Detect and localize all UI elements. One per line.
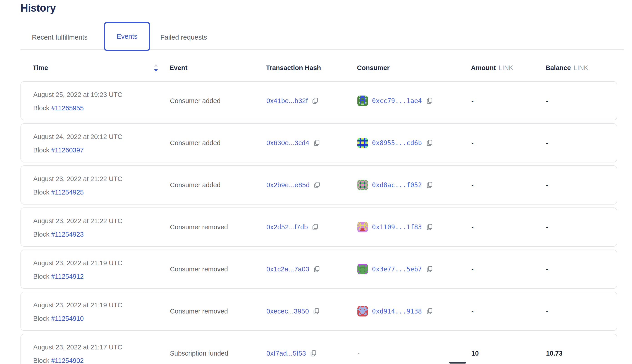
transaction-hash-link[interactable]: 0x2b9e...e85d	[266, 181, 310, 189]
copy-icon[interactable]	[426, 181, 433, 189]
block-number-link[interactable]: #11254925	[51, 188, 84, 196]
scrollbar-thumb[interactable]	[449, 362, 466, 364]
copy-icon[interactable]	[426, 223, 433, 231]
consumer-cell: 0x3e77...5eb7	[358, 264, 433, 274]
tab-failed-requests[interactable]: Failed requests	[160, 34, 207, 41]
balance-value: -	[546, 139, 548, 147]
events-table: August 25, 2022 at 19:23 UTC Block #1126…	[20, 81, 617, 364]
tab-recent-fulfillments[interactable]: Recent fulfillments	[32, 34, 88, 41]
block-line: Block #11260397	[33, 146, 122, 154]
consumer-address-link[interactable]: 0xd914...9138	[372, 308, 422, 315]
column-header-event[interactable]: Event	[170, 64, 188, 72]
event-type: Consumer removed	[170, 224, 228, 231]
event-type: Consumer added	[170, 97, 220, 105]
amount-value: -	[472, 97, 474, 105]
block-number-link[interactable]: #11260397	[51, 146, 84, 154]
block-line: Block #11254923	[33, 231, 122, 238]
copy-icon[interactable]	[312, 97, 319, 105]
consumer-avatar	[358, 264, 368, 274]
consumer-cell: -	[358, 350, 360, 357]
row-timestamp: August 23, 2022 at 21:19 UTC	[33, 259, 122, 267]
sort-descending-icon[interactable]	[154, 64, 158, 73]
table-row: August 23, 2022 at 21:17 UTC Block #1125…	[20, 334, 617, 364]
transaction-hash-link[interactable]: 0x2d52...f7db	[266, 224, 308, 231]
copy-icon[interactable]	[310, 349, 317, 358]
copy-icon[interactable]	[313, 265, 320, 273]
copy-icon[interactable]	[426, 265, 433, 273]
consumer-address-link[interactable]: 0x3e77...5eb7	[372, 266, 422, 273]
consumer-address-link[interactable]: 0x8955...cd6b	[372, 139, 422, 147]
tab-events[interactable]: Events	[104, 22, 150, 51]
transaction-hash-link[interactable]: 0x41be...b32f	[266, 97, 308, 105]
amount-header-label: Amount	[471, 64, 496, 72]
block-number-link[interactable]: #11265955	[51, 104, 84, 112]
block-line: Block #11254910	[33, 315, 122, 322]
copy-icon[interactable]	[313, 181, 320, 189]
balance-header-label: Balance	[546, 64, 571, 72]
table-row: August 23, 2022 at 21:22 UTC Block #1125…	[20, 166, 617, 204]
block-number-link[interactable]: #11254923	[51, 231, 84, 238]
block-number-link[interactable]: #11254912	[51, 273, 84, 280]
copy-icon[interactable]	[312, 307, 320, 315]
copy-icon[interactable]	[313, 139, 320, 147]
amount-value: -	[472, 181, 474, 189]
row-timestamp: August 25, 2022 at 19:23 UTC	[33, 91, 122, 98]
amount-unit-label: LINK	[499, 64, 513, 72]
block-number-link[interactable]: #11254910	[51, 315, 84, 322]
consumer-avatar	[358, 222, 368, 232]
balance-value: -	[546, 181, 548, 189]
transaction-hash-link[interactable]: 0x1c2a...7a03	[266, 266, 310, 273]
block-label: Block	[33, 315, 49, 322]
row-timestamp: August 24, 2022 at 20:12 UTC	[33, 133, 122, 140]
amount-value: 10	[472, 350, 479, 357]
time-cell: August 23, 2022 at 21:19 UTC Block #1125…	[33, 259, 122, 280]
consumer-avatar	[358, 138, 368, 148]
copy-icon[interactable]	[312, 223, 319, 231]
copy-icon[interactable]	[426, 139, 433, 147]
transaction-hash-cell: 0x2d52...f7db	[266, 223, 319, 231]
transaction-hash-cell: 0xecec...3950	[266, 307, 320, 315]
column-header-time[interactable]: Time	[33, 64, 48, 72]
balance-unit-label: LINK	[574, 64, 588, 72]
transaction-hash-link[interactable]: 0xecec...3950	[266, 308, 309, 315]
balance-value: -	[546, 266, 548, 273]
column-header-transaction-hash[interactable]: Transaction Hash	[266, 64, 321, 72]
balance-value: -	[546, 97, 548, 105]
column-header-consumer[interactable]: Consumer	[357, 64, 390, 72]
transaction-hash-link[interactable]: 0x630e...3cd4	[266, 139, 310, 147]
column-header-amount[interactable]: AmountLINK	[471, 64, 513, 72]
table-row: August 25, 2022 at 19:23 UTC Block #1126…	[20, 81, 617, 120]
block-line: Block #11254912	[33, 273, 122, 280]
event-type: Consumer added	[170, 139, 220, 147]
transaction-hash-cell: 0x1c2a...7a03	[266, 265, 320, 273]
transaction-hash-cell: 0x630e...3cd4	[266, 139, 320, 147]
amount-value: -	[472, 224, 474, 231]
block-number-link[interactable]: #11254902	[51, 357, 84, 364]
block-label: Block	[33, 146, 49, 154]
time-cell: August 23, 2022 at 21:22 UTC Block #1125…	[33, 217, 122, 238]
consumer-avatar	[358, 306, 368, 316]
transaction-hash-link[interactable]: 0xf7ad...5f53	[266, 350, 306, 357]
row-timestamp: August 23, 2022 at 21:17 UTC	[33, 344, 122, 351]
block-line: Block #11254902	[33, 357, 122, 364]
consumer-address-link[interactable]: 0xcc79...1ae4	[372, 97, 422, 105]
time-cell: August 23, 2022 at 21:22 UTC Block #1125…	[33, 175, 122, 196]
time-cell: August 24, 2022 at 20:12 UTC Block #1126…	[33, 133, 122, 154]
event-type: Consumer removed	[170, 266, 228, 273]
block-label: Block	[33, 231, 49, 238]
balance-value: -	[546, 224, 548, 231]
table-row: August 23, 2022 at 21:19 UTC Block #1125…	[20, 292, 617, 331]
consumer-address-link[interactable]: 0xd8ac...f052	[372, 181, 422, 189]
copy-icon[interactable]	[426, 307, 433, 315]
event-type: Subscription funded	[170, 350, 228, 357]
balance-value: -	[546, 308, 548, 315]
consumer-address-link[interactable]: 0x1109...1f83	[372, 224, 422, 231]
column-header-balance[interactable]: BalanceLINK	[546, 64, 588, 72]
transaction-hash-cell: 0xf7ad...5f53	[266, 349, 317, 358]
event-type: Consumer added	[170, 181, 220, 189]
consumer-avatar	[358, 96, 368, 106]
block-line: Block #11254925	[33, 188, 122, 196]
block-label: Block	[33, 273, 49, 280]
block-label: Block	[33, 104, 49, 112]
copy-icon[interactable]	[426, 97, 433, 105]
